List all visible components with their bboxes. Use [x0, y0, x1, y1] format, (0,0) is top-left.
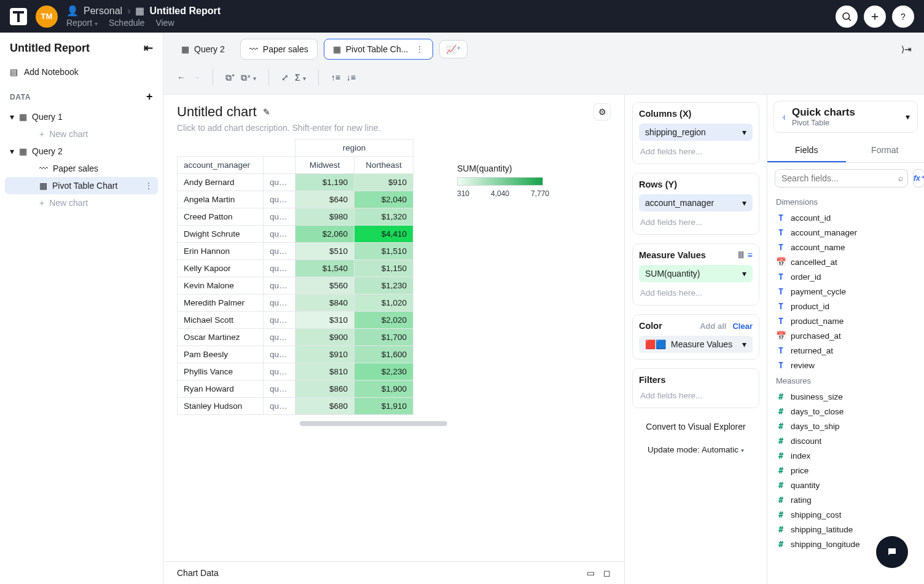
dimension-field[interactable]: Taccount_manager — [767, 225, 924, 240]
pivot-cell[interactable]: $1,700 — [354, 329, 413, 346]
pivot-cell[interactable]: $1,230 — [354, 277, 413, 294]
redo-icon[interactable]: → — [192, 73, 200, 82]
dimension-field[interactable]: Treturned_at — [767, 343, 924, 358]
measure-pill[interactable]: SUM(quantity)▾ — [639, 265, 753, 282]
pivot-cell[interactable]: $1,540 — [296, 260, 354, 277]
row-label[interactable]: Dwight Schrute — [178, 226, 264, 243]
measure-field[interactable]: #business_size — [767, 389, 924, 404]
pivot-cell[interactable]: $560 — [296, 277, 354, 294]
report-menu[interactable]: Report — [66, 18, 98, 28]
measure-field[interactable]: #days_to_ship — [767, 419, 924, 433]
column-header[interactable]: Midwest — [296, 157, 354, 174]
app-logo[interactable] — [10, 8, 27, 25]
row-label[interactable]: Angela Martin — [178, 191, 264, 208]
pivot-cell[interactable]: $4,410 — [354, 226, 413, 243]
format-tab[interactable]: Format — [846, 139, 925, 162]
chat-widget[interactable] — [876, 536, 908, 568]
pivot-cell[interactable]: $980 — [296, 208, 354, 226]
dimension-field[interactable]: Taccount_id — [767, 210, 924, 225]
swap-axes-icon[interactable]: ⤢ — [281, 73, 289, 82]
row-label[interactable]: Andy Bernard — [178, 174, 264, 191]
pivot-cell[interactable]: $910 — [296, 346, 354, 363]
tree-query-1[interactable]: ▾▦Query 1 — [5, 108, 158, 125]
chevron-down-icon[interactable]: ▾ — [742, 339, 746, 349]
pivot-cell[interactable]: $640 — [296, 191, 354, 208]
pivot-cell[interactable]: $810 — [296, 363, 354, 381]
pivot-cell[interactable]: $2,020 — [354, 312, 413, 329]
dimension-field[interactable]: Torder_id — [767, 269, 924, 284]
row-label[interactable]: Erin Hannon — [178, 243, 264, 260]
measure-hint[interactable]: Add fields here... — [639, 287, 753, 299]
tree-query-2[interactable]: ▾▦Query 2 — [5, 143, 158, 160]
row-label[interactable]: Stanley Hudson — [178, 398, 264, 415]
add-button[interactable] — [864, 6, 886, 28]
row-label[interactable]: Oscar Martinez — [178, 329, 264, 346]
pivot-cell[interactable]: $1,910 — [354, 398, 413, 415]
chevron-down-icon[interactable]: ▾ — [906, 112, 910, 122]
pivot-cell[interactable]: $680 — [296, 398, 354, 415]
tree-pivot-chart[interactable]: ▦Pivot Table Chart⋮ — [5, 177, 158, 194]
add-notebook-button[interactable]: ▤ Add Notebook — [0, 63, 163, 81]
help-button[interactable]: ? — [892, 6, 914, 28]
schedule-menu[interactable]: Schedule — [109, 18, 144, 28]
search-button[interactable] — [836, 6, 858, 28]
measure-field[interactable]: #shipping_cost — [767, 507, 924, 522]
rows-hint[interactable]: Add fields here... — [639, 216, 753, 228]
add-chart-tab[interactable]: 📈⁺ — [439, 40, 468, 58]
convert-button[interactable]: Convert to Visual Explorer — [632, 417, 759, 436]
measure-field[interactable]: #discount — [767, 433, 924, 448]
tree-new-chart-1[interactable]: +New chart — [5, 125, 158, 143]
measure-field[interactable]: #index — [767, 448, 924, 463]
pivot-cell[interactable]: $900 — [296, 329, 354, 346]
dimension-field[interactable]: Taccount_name — [767, 240, 924, 255]
dimension-field[interactable]: Treview — [767, 358, 924, 373]
chart-settings-icon[interactable]: ⚙ — [593, 103, 611, 120]
sort-asc-icon[interactable]: ↑≡ — [331, 73, 340, 82]
color-pill[interactable]: 🟥🟦Measure Values▾ — [639, 336, 753, 353]
pivot-cell[interactable]: $2,060 — [296, 226, 354, 243]
tree-paper-sales[interactable]: 〰Paper sales — [5, 160, 158, 177]
dimension-field[interactable]: Tproduct_name — [767, 314, 924, 328]
dimension-field[interactable]: 📅purchased_at — [767, 328, 924, 343]
expand-panel-icon[interactable]: ⟩⇥ — [898, 41, 915, 58]
pivot-cell[interactable]: $840 — [296, 294, 354, 312]
measure-field[interactable]: #rating — [767, 492, 924, 507]
user-avatar[interactable]: TM — [36, 6, 58, 28]
measure-field[interactable]: #shipping_latitude — [767, 522, 924, 537]
pivot-cell[interactable]: $2,040 — [354, 191, 413, 208]
horizontal-scrollbar[interactable] — [300, 421, 447, 426]
row-label[interactable]: Phyllis Vance — [178, 363, 264, 381]
pivot-cell[interactable]: $1,020 — [354, 294, 413, 312]
edit-title-icon[interactable]: ✎ — [263, 107, 270, 117]
list-icon[interactable]: ≡ — [748, 250, 753, 260]
pivot-cell[interactable]: $1,190 — [296, 174, 354, 191]
filters-hint[interactable]: Add fields here... — [639, 390, 753, 401]
chevron-down-icon[interactable]: ▾ — [742, 269, 746, 278]
dimension-field[interactable]: Tpayment_cycle — [767, 284, 924, 299]
pivot-cell[interactable]: $910 — [354, 174, 413, 191]
add-all-link[interactable]: Add all — [700, 322, 726, 331]
pivot-cell[interactable]: $860 — [296, 381, 354, 398]
tab-paper-sales[interactable]: 〰Paper sales — [240, 39, 318, 60]
pivot-cell[interactable]: $510 — [296, 243, 354, 260]
pivot-cell[interactable]: $1,900 — [354, 381, 413, 398]
duplicate-icon[interactable]: ⧉⁺ — [225, 73, 235, 83]
collapse-sidebar-icon[interactable]: ⇤ — [144, 41, 153, 55]
quick-charts-selector[interactable]: ⫞ Quick chartsPivot Table ▾ — [773, 101, 918, 133]
measure-field[interactable]: #days_to_close — [767, 404, 924, 419]
rows-pill[interactable]: account_manager▾ — [639, 194, 753, 211]
row-label[interactable]: Creed Patton — [178, 208, 264, 226]
row-label[interactable]: Pam Beesly — [178, 346, 264, 363]
layout-dropdown[interactable]: ⧉ˣ — [241, 73, 256, 83]
measure-field[interactable]: #price — [767, 463, 924, 478]
chevron-down-icon[interactable]: ▾ — [742, 127, 746, 137]
sigma-dropdown[interactable]: Σ — [295, 73, 306, 82]
search-fields-input[interactable] — [775, 169, 908, 187]
column-header[interactable]: Northeast — [354, 157, 413, 174]
minimize-icon[interactable]: ▭ — [587, 568, 595, 578]
dimension-field[interactable]: Tproduct_id — [767, 299, 924, 314]
chevron-down-icon[interactable]: ▾ — [742, 198, 746, 208]
columns-hint[interactable]: Add fields here... — [639, 146, 753, 157]
row-label[interactable]: Kevin Malone — [178, 277, 264, 294]
tree-new-chart-2[interactable]: +New chart — [5, 194, 158, 211]
